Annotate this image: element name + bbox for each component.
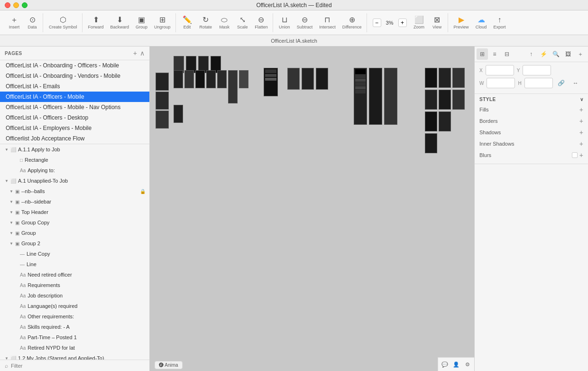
layer-item[interactable]: AaOther requirements:: [0, 311, 149, 322]
flatten-button[interactable]: ⊖ Flatten: [252, 15, 271, 31]
artboard-thumb[interactable]: [174, 70, 183, 88]
fills-add-icon[interactable]: +: [579, 106, 583, 113]
comment-button[interactable]: 💬: [440, 360, 450, 369]
artboard-thumb[interactable]: [425, 111, 437, 131]
cloud-button[interactable]: ☁ Cloud: [473, 15, 490, 31]
layer-item[interactable]: AaSkills required: - A: [0, 322, 149, 332]
page-item[interactable]: OfficerList IA - Employers - Mobile: [0, 123, 149, 133]
edit-button[interactable]: ✏️ Edit: [179, 15, 196, 31]
page-item[interactable]: OfficerList IA - Onboarding - Officers -…: [0, 60, 149, 71]
artboard-thumb[interactable]: [174, 105, 183, 123]
anima-badge[interactable]: 🅐 Anima: [155, 361, 183, 369]
borders-add-icon[interactable]: +: [579, 117, 583, 125]
inner-shadows-item[interactable]: Inner Shadows +: [479, 138, 583, 149]
layer-item[interactable]: ▼▣Top Header: [0, 207, 149, 217]
artboard-thumb[interactable]: [239, 70, 248, 88]
union-button[interactable]: ⊔ Union: [276, 15, 293, 31]
layer-expand-icon[interactable]: ▼: [4, 147, 9, 152]
grid-tab-button[interactable]: ⊟: [501, 48, 513, 60]
page-item[interactable]: OfficerList IA - Onboarding - Vendors - …: [0, 71, 149, 81]
preview-button[interactable]: ▶ Preview: [451, 15, 472, 31]
artboard-thumb[interactable]: [184, 70, 194, 88]
page-item[interactable]: OfficerList IA - Officers - Mobile - Nav…: [0, 102, 149, 112]
layer-expand-icon[interactable]: ▼: [9, 188, 14, 194]
rotate-button[interactable]: ↻ Rotate: [197, 15, 215, 31]
layer-expand-icon[interactable]: ▼: [9, 209, 14, 215]
style-collapse-icon[interactable]: ∨: [580, 97, 584, 102]
layer-expand-icon[interactable]: ▼: [9, 230, 14, 236]
borders-item[interactable]: Borders +: [479, 115, 583, 127]
zoom-in-button[interactable]: +: [398, 19, 407, 27]
flip-button[interactable]: ↔: [570, 77, 581, 89]
artboard-thumb[interactable]: [195, 70, 205, 88]
canvas[interactable]: 🅐 Anima 💬 👤 ⚙: [150, 46, 474, 371]
layer-item[interactable]: AaJob description: [0, 290, 149, 301]
layer-item[interactable]: AaRequirements: [0, 280, 149, 290]
lock-ratio-button[interactable]: 🔗: [556, 77, 567, 89]
backward-button[interactable]: ⬇ Backward: [108, 15, 132, 31]
layer-expand-icon[interactable]: ▼: [4, 178, 9, 184]
inspector-tab-button[interactable]: ⊞: [477, 48, 488, 60]
upload-action-button[interactable]: ↑: [525, 48, 537, 60]
artboard-thumb[interactable]: [316, 68, 328, 90]
artboard-thumb[interactable]: [425, 68, 437, 88]
forward-button[interactable]: ⬆ Forward: [85, 15, 107, 31]
layer-item[interactable]: AaApplying to:: [0, 165, 149, 176]
filter-input[interactable]: [11, 363, 145, 369]
blurs-add-icon[interactable]: +: [579, 151, 583, 159]
h-input[interactable]: [524, 78, 553, 88]
insert-button[interactable]: ＋ Insert: [6, 15, 23, 31]
minimize-button[interactable]: [13, 2, 19, 8]
fills-item[interactable]: Fills +: [479, 104, 583, 115]
layer-expand-icon[interactable]: ▼: [4, 355, 9, 360]
layer-item[interactable]: ▼▣Group 2: [0, 238, 149, 249]
layer-expand-icon[interactable]: ▼: [9, 241, 14, 246]
shadows-add-icon[interactable]: +: [579, 129, 583, 136]
intersect-button[interactable]: ⊓ Intersect: [316, 15, 339, 31]
layer-expand-icon[interactable]: ▼: [9, 199, 14, 204]
blurs-checkbox[interactable]: [572, 152, 578, 158]
create-symbol-button[interactable]: ⬡ Create Symbol: [46, 15, 80, 31]
add-page-button[interactable]: +: [133, 49, 137, 57]
artboard-thumb-tall[interactable]: [369, 68, 382, 125]
inspect-action-button[interactable]: 🔍: [550, 48, 561, 60]
layer-item[interactable]: □Rectangle: [0, 155, 149, 165]
page-item[interactable]: Officerlist Job Acceptance Flow: [0, 133, 149, 144]
artboard-thumb-tall[interactable]: [384, 68, 397, 125]
settings-button[interactable]: ⚙: [463, 360, 472, 369]
artboard-thumb[interactable]: [452, 90, 465, 110]
w-input[interactable]: [487, 78, 515, 88]
layer-item[interactable]: ▼▣Group Copy: [0, 217, 149, 228]
artboard-thumb[interactable]: [206, 70, 216, 88]
artboard-thumb[interactable]: [302, 68, 314, 90]
artboard-thumb[interactable]: [156, 92, 169, 110]
artboard-thumb[interactable]: [439, 68, 451, 88]
artboard-thumb[interactable]: [439, 90, 451, 110]
artboard-thumb[interactable]: [217, 70, 227, 88]
layer-item[interactable]: ▼▣--nb--sidebar: [0, 196, 149, 207]
layer-item[interactable]: ▼⬜1.2 My Jobs (Starred and Applied-To): [0, 353, 149, 360]
layer-item[interactable]: ▼⬜A.1 Unapplied-To Job: [0, 176, 149, 186]
artboard-thumb[interactable]: [156, 73, 169, 91]
artboard-thumb-large[interactable]: [264, 68, 278, 96]
page-item[interactable]: OfficerList IA - Officers - Desktop: [0, 112, 149, 123]
layer-item[interactable]: AaNeed retired officer: [0, 269, 149, 280]
artboard-thumb[interactable]: [156, 111, 169, 129]
layer-item[interactable]: AaLanguage(s) required: [0, 301, 149, 311]
artboard-thumb[interactable]: [287, 68, 300, 90]
artboard-thumb[interactable]: [425, 133, 437, 153]
ungroup-button[interactable]: ⊞ Ungroup: [151, 15, 174, 31]
subtract-button[interactable]: ⊖ Subtract: [294, 15, 316, 31]
page-item[interactable]: OfficerList IA - Officers - Mobile: [0, 92, 149, 102]
collapse-pages-button[interactable]: ∧: [140, 49, 145, 57]
mask-button[interactable]: ⬭ Mask: [216, 15, 233, 31]
blurs-item[interactable]: Blurs +: [479, 149, 583, 161]
difference-button[interactable]: ⊕ Difference: [340, 15, 365, 31]
add-artboard-button[interactable]: ＋: [575, 48, 586, 60]
layer-expand-icon[interactable]: ▼: [9, 220, 14, 225]
layer-item[interactable]: —Line: [0, 259, 149, 269]
artboard-thumb[interactable]: [452, 68, 465, 88]
image-action-button[interactable]: 🖼: [562, 48, 574, 60]
maximize-button[interactable]: [22, 2, 28, 8]
lightning-action-button[interactable]: ⚡: [538, 48, 549, 60]
